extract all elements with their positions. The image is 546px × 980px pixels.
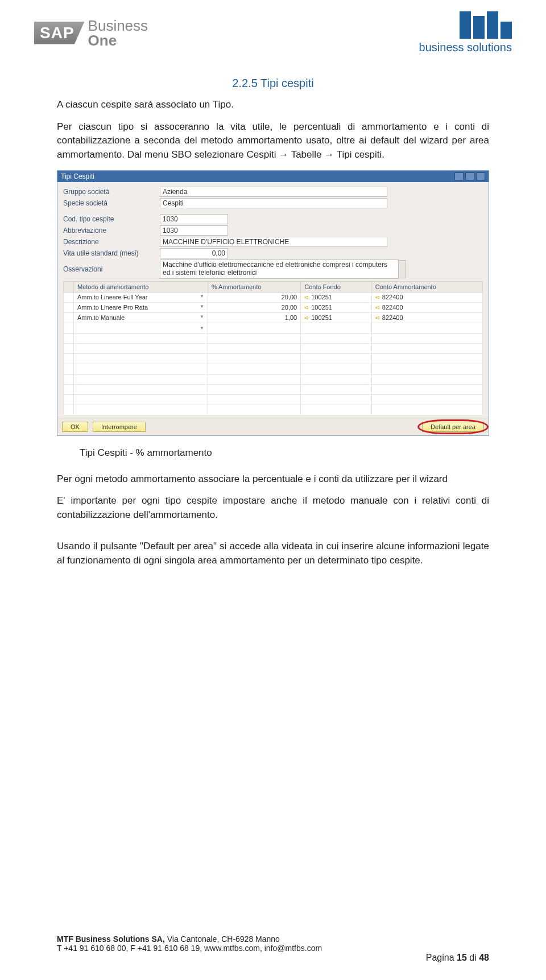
cell-metodo[interactable]: Amm.to Lineare Full Year (74, 292, 208, 302)
label-descr: Descrizione (63, 238, 160, 246)
paragraph-4: E' importante per ogni tipo cespite impo… (57, 494, 489, 522)
cancel-button[interactable]: Interrompere (93, 422, 146, 432)
document-content: 2.2.5 Tipi cespiti A ciascun cespite sar… (0, 60, 546, 568)
cell-metodo[interactable]: Amm.to Manuale (74, 312, 208, 323)
table-row[interactable]: Amm.to Manuale 1,00 100251 822400 (64, 312, 483, 323)
mtf-bars-icon (419, 11, 512, 39)
table-row-empty (64, 343, 483, 353)
table-row-empty (64, 405, 483, 415)
page-current: 15 (457, 953, 467, 962)
cell-metodo[interactable]: Amm.to Lineare Pro Rata (74, 302, 208, 312)
label-abbrev: Abbreviazione (63, 227, 160, 234)
cell-pct[interactable]: 1,00 (208, 312, 300, 323)
close-icon[interactable] (476, 172, 485, 180)
cell-conto[interactable]: 822400 (371, 302, 482, 312)
page-total: 48 (479, 953, 489, 962)
label-gruppo: Gruppo società (63, 188, 160, 196)
table-row-empty (64, 394, 483, 405)
paragraph-1: A ciascun cespite sarà associato un Tipo… (57, 98, 489, 112)
th-pct: % Ammortamento (208, 281, 300, 292)
cell-pct[interactable]: 20,00 (208, 292, 300, 302)
field-descr[interactable]: MACCHINE D'UFFICIO ELETTRONICHE (160, 237, 387, 247)
cell-fondo[interactable]: 100251 (301, 312, 372, 323)
cell-fondo[interactable]: 100251 (301, 302, 372, 312)
field-gruppo[interactable]: Azienda (160, 187, 387, 197)
highlight-ellipse: Default per area (422, 422, 484, 432)
table-row-empty (64, 333, 483, 343)
field-cod[interactable]: 1030 (160, 214, 228, 224)
window-buttons (454, 172, 485, 180)
field-oss-text: Macchine d'ufficio elettromeccaniche ed … (163, 261, 387, 277)
table-row-empty (64, 374, 483, 384)
section-title: 2.2.5 Tipi cespiti (57, 77, 489, 90)
table-row-empty (64, 353, 483, 364)
th-conto: Conto Ammortamento (371, 281, 482, 292)
sap-line2: One (88, 33, 148, 48)
table-row-empty (64, 384, 483, 394)
sap-badge: SAP (34, 22, 85, 44)
sap-logo: SAP Business One (34, 11, 148, 54)
window-title: Tipi Cespiti (61, 172, 94, 180)
figure-caption: Tipi Cespiti - % ammortamento (80, 447, 489, 459)
cell-conto[interactable]: 822400 (371, 312, 482, 323)
label-oss: Osservazioni (63, 265, 160, 273)
minimize-icon[interactable] (454, 172, 464, 180)
page-prefix: Pagina (426, 953, 457, 962)
field-vita[interactable]: 0,00 (160, 248, 228, 258)
cell-conto[interactable]: 822400 (371, 292, 482, 302)
table-row-empty (64, 364, 483, 374)
label-vita: Vita utile standard (mesi) (63, 249, 160, 257)
th-metodo: Metodo di ammortamento (74, 281, 208, 292)
depreciation-table: Metodo di ammortamento % Ammortamento Co… (63, 281, 483, 415)
scrollbar-icon[interactable] (398, 260, 406, 278)
sap-titlebar: Tipi Cespiti (57, 171, 489, 182)
sap-product-text: Business One (88, 18, 148, 48)
page-header: SAP Business One business solutions (0, 0, 546, 60)
footer-company: MTF Business Solutions SA, (57, 934, 167, 944)
sap-window: Tipi Cespiti Gruppo società Azienda Spec… (57, 170, 489, 436)
page-of: di (467, 953, 479, 962)
ok-button[interactable]: OK (62, 422, 88, 432)
th-fondo: Conto Fondo (301, 281, 372, 292)
field-abbrev[interactable]: 1030 (160, 225, 228, 236)
maximize-icon[interactable] (465, 172, 474, 180)
table-row-empty (64, 323, 483, 333)
footer-contact: T +41 91 610 68 00, F +41 91 610 68 19, … (57, 944, 322, 953)
cell-pct[interactable]: 20,00 (208, 302, 300, 312)
paragraph-2: Per ciascun tipo si assoceranno la vita … (57, 120, 489, 162)
paragraph-5: Usando il pulsante "Default per area" si… (57, 540, 489, 567)
footer-address: Via Cantonale, CH-6928 Manno (167, 934, 280, 944)
table-row[interactable]: Amm.to Lineare Pro Rata 20,00 100251 822… (64, 302, 483, 312)
sap-form: Gruppo società Azienda Specie società Ce… (57, 182, 489, 418)
label-specie: Specie società (63, 199, 160, 207)
page-footer: MTF Business Solutions SA, Via Cantonale… (57, 934, 489, 963)
field-oss[interactable]: Macchine d'ufficio elettromeccaniche ed … (160, 260, 399, 279)
sap-line1: Business (88, 18, 148, 33)
label-cod: Cod. tipo cespite (63, 215, 160, 223)
default-per-area-button[interactable]: Default per area (422, 422, 484, 432)
sap-window-footer: OK Interrompere Default per area (57, 418, 489, 435)
field-specie[interactable]: Cespiti (160, 198, 387, 208)
page-number: Pagina 15 di 48 (426, 953, 489, 963)
mtf-tagline: business solutions (419, 41, 512, 54)
mtf-logo: business solutions (419, 11, 512, 54)
cell-fondo[interactable]: 100251 (301, 292, 372, 302)
table-row[interactable]: Amm.to Lineare Full Year 20,00 100251 82… (64, 292, 483, 302)
paragraph-3: Per ogni metodo ammortamento associare l… (57, 472, 489, 487)
